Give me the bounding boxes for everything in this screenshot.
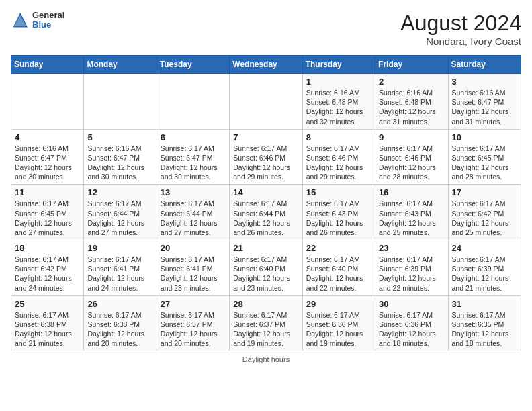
cell-text: Sunrise: 6:17 AM Sunset: 6:42 PM Dayligh… [452,199,517,237]
header-friday: Friday [375,56,448,74]
day-number: 23 [379,243,444,253]
month-year: August 2024 [400,11,521,36]
calendar-week-2: 4Sunrise: 6:16 AM Sunset: 6:47 PM Daylig… [11,129,521,185]
calendar-cell: 5Sunrise: 6:16 AM Sunset: 6:47 PM Daylig… [84,129,157,185]
location: Nondara, Ivory Coast [400,36,521,47]
calendar-cell [157,74,229,130]
calendar-cell: 22Sunrise: 6:17 AM Sunset: 6:40 PM Dayli… [302,240,375,296]
daylight-label: Daylight hours [11,355,521,363]
day-number: 29 [306,299,371,309]
calendar-cell: 10Sunrise: 6:17 AM Sunset: 6:45 PM Dayli… [448,129,521,185]
calendar-cell: 15Sunrise: 6:17 AM Sunset: 6:43 PM Dayli… [302,185,375,240]
title-block: August 2024 Nondara, Ivory Coast [400,11,521,47]
cell-text: Sunrise: 6:17 AM Sunset: 6:41 PM Dayligh… [161,255,226,293]
cell-text: Sunrise: 6:16 AM Sunset: 6:47 PM Dayligh… [15,144,80,182]
calendar-week-1: 1Sunrise: 6:16 AM Sunset: 6:48 PM Daylig… [11,74,521,130]
cell-text: Sunrise: 6:17 AM Sunset: 6:37 PM Dayligh… [233,310,298,349]
day-number: 11 [15,187,80,197]
calendar-cell: 2Sunrise: 6:16 AM Sunset: 6:48 PM Daylig… [375,74,448,130]
day-number: 3 [452,77,517,87]
header-thursday: Thursday [302,56,375,74]
day-number: 14 [233,187,298,197]
cell-text: Sunrise: 6:17 AM Sunset: 6:38 PM Dayligh… [15,310,80,349]
calendar-cell: 3Sunrise: 6:16 AM Sunset: 6:47 PM Daylig… [448,74,521,130]
calendar-week-3: 11Sunrise: 6:17 AM Sunset: 6:45 PM Dayli… [11,185,521,240]
calendar-cell: 9Sunrise: 6:17 AM Sunset: 6:46 PM Daylig… [375,129,448,185]
cell-text: Sunrise: 6:17 AM Sunset: 6:39 PM Dayligh… [379,255,444,293]
day-number: 9 [379,132,444,142]
cell-text: Sunrise: 6:17 AM Sunset: 6:43 PM Dayligh… [306,199,371,237]
calendar-cell: 23Sunrise: 6:17 AM Sunset: 6:39 PM Dayli… [375,240,448,296]
day-number: 18 [15,243,80,253]
calendar-cell: 25Sunrise: 6:17 AM Sunset: 6:38 PM Dayli… [11,295,84,351]
cell-text: Sunrise: 6:17 AM Sunset: 6:44 PM Dayligh… [233,199,298,237]
header-monday: Monday [84,56,157,74]
cell-text: Sunrise: 6:17 AM Sunset: 6:47 PM Dayligh… [161,144,226,182]
calendar-cell: 11Sunrise: 6:17 AM Sunset: 6:45 PM Dayli… [11,185,84,240]
day-number: 7 [233,132,298,142]
day-number: 22 [306,243,371,253]
day-number: 5 [87,132,152,142]
calendar-cell: 27Sunrise: 6:17 AM Sunset: 6:37 PM Dayli… [157,295,229,351]
day-number: 21 [233,243,298,253]
day-number: 6 [161,132,226,142]
calendar-cell: 14Sunrise: 6:17 AM Sunset: 6:44 PM Dayli… [230,185,302,240]
day-number: 28 [233,299,298,309]
header-wednesday: Wednesday [230,56,302,74]
calendar-cell: 18Sunrise: 6:17 AM Sunset: 6:42 PM Dayli… [11,240,84,296]
day-number: 31 [452,299,517,309]
logo-blue: Blue [32,20,64,30]
day-number: 20 [161,243,226,253]
header-saturday: Saturday [448,56,521,74]
calendar-cell: 4Sunrise: 6:16 AM Sunset: 6:47 PM Daylig… [11,129,84,185]
calendar-cell: 21Sunrise: 6:17 AM Sunset: 6:40 PM Dayli… [230,240,302,296]
cell-text: Sunrise: 6:17 AM Sunset: 6:37 PM Dayligh… [161,310,226,349]
cell-text: Sunrise: 6:17 AM Sunset: 6:45 PM Dayligh… [15,199,80,237]
calendar-week-4: 18Sunrise: 6:17 AM Sunset: 6:42 PM Dayli… [11,240,521,296]
day-number: 2 [379,77,444,87]
cell-text: Sunrise: 6:17 AM Sunset: 6:35 PM Dayligh… [452,310,517,349]
day-number: 10 [452,132,517,142]
logo-general: General [32,11,64,20]
cell-text: Sunrise: 6:16 AM Sunset: 6:47 PM Dayligh… [87,144,152,182]
calendar-cell: 20Sunrise: 6:17 AM Sunset: 6:41 PM Dayli… [157,240,229,296]
cell-text: Sunrise: 6:17 AM Sunset: 6:40 PM Dayligh… [306,255,371,293]
cell-text: Sunrise: 6:17 AM Sunset: 6:46 PM Dayligh… [233,144,298,182]
day-number: 27 [161,299,226,309]
day-number: 24 [452,243,517,253]
page-header: General Blue August 2024 Nondara, Ivory … [11,11,521,47]
calendar-cell [84,74,157,130]
day-number: 13 [161,187,226,197]
cell-text: Sunrise: 6:17 AM Sunset: 6:44 PM Dayligh… [161,199,226,237]
cell-text: Sunrise: 6:17 AM Sunset: 6:36 PM Dayligh… [306,310,371,349]
calendar-cell: 19Sunrise: 6:17 AM Sunset: 6:41 PM Dayli… [84,240,157,296]
logo: General Blue [11,11,64,30]
calendar-cell: 17Sunrise: 6:17 AM Sunset: 6:42 PM Dayli… [448,185,521,240]
calendar-cell: 16Sunrise: 6:17 AM Sunset: 6:43 PM Dayli… [375,185,448,240]
calendar-cell: 12Sunrise: 6:17 AM Sunset: 6:44 PM Dayli… [84,185,157,240]
calendar-cell: 31Sunrise: 6:17 AM Sunset: 6:35 PM Dayli… [448,295,521,351]
calendar-header-row: SundayMondayTuesdayWednesdayThursdayFrid… [11,56,521,74]
calendar-cell: 1Sunrise: 6:16 AM Sunset: 6:48 PM Daylig… [302,74,375,130]
calendar-week-5: 25Sunrise: 6:17 AM Sunset: 6:38 PM Dayli… [11,295,521,351]
calendar-cell: 8Sunrise: 6:17 AM Sunset: 6:46 PM Daylig… [302,129,375,185]
day-number: 8 [306,132,371,142]
logo-icon [11,11,30,30]
cell-text: Sunrise: 6:17 AM Sunset: 6:45 PM Dayligh… [452,144,517,182]
day-number: 25 [15,299,80,309]
day-number: 26 [87,299,152,309]
cell-text: Sunrise: 6:16 AM Sunset: 6:48 PM Dayligh… [379,88,444,126]
cell-text: Sunrise: 6:17 AM Sunset: 6:38 PM Dayligh… [87,310,152,349]
cell-text: Sunrise: 6:17 AM Sunset: 6:44 PM Dayligh… [87,199,152,237]
logo-text: General Blue [32,11,64,30]
header-tuesday: Tuesday [157,56,229,74]
calendar-cell: 30Sunrise: 6:17 AM Sunset: 6:36 PM Dayli… [375,295,448,351]
cell-text: Sunrise: 6:17 AM Sunset: 6:42 PM Dayligh… [15,255,80,293]
cell-text: Sunrise: 6:17 AM Sunset: 6:39 PM Dayligh… [452,255,517,293]
calendar-table: SundayMondayTuesdayWednesdayThursdayFrid… [11,55,521,351]
calendar-cell: 7Sunrise: 6:17 AM Sunset: 6:46 PM Daylig… [230,129,302,185]
day-number: 1 [306,77,371,87]
calendar-cell: 6Sunrise: 6:17 AM Sunset: 6:47 PM Daylig… [157,129,229,185]
calendar-cell: 29Sunrise: 6:17 AM Sunset: 6:36 PM Dayli… [302,295,375,351]
calendar-cell: 13Sunrise: 6:17 AM Sunset: 6:44 PM Dayli… [157,185,229,240]
